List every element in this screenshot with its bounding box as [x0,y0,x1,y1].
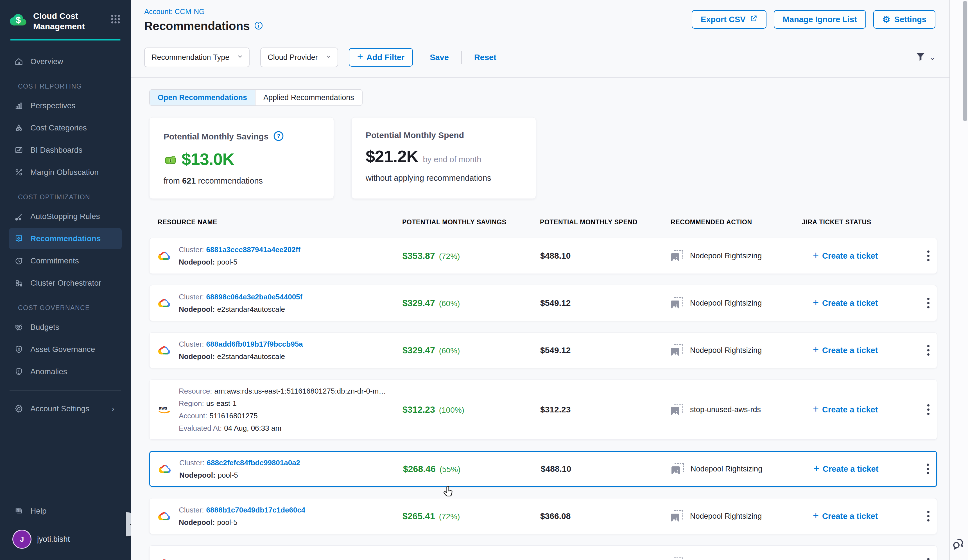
cluster-link[interactable]: 688c2fefc84fbdc99801a0a2 [207,459,300,467]
cluster-link[interactable]: 68898c064e3e2ba0e544005f [206,293,303,301]
account-breadcrumb-link[interactable]: Account: CCM-NG [144,7,264,16]
cluster-link[interactable]: 688add6fb019b17f9bccb95a [206,340,303,348]
module-grid-icon[interactable] [110,13,121,26]
table-row[interactable]: aws Resource:arn:aws:rds:us-east-1:51161… [149,379,937,440]
sidebar-item-label: Recommendations [30,234,101,243]
savings-value: $268.46 [403,464,436,474]
gear-icon [13,403,24,414]
autostop-icon [13,211,24,222]
scrollbar-thumb[interactable] [963,1,967,121]
plus-icon: + [813,345,819,355]
cloud-provider-select[interactable]: Cloud Provider [260,48,338,67]
sidebar-item-anomalies[interactable]: Anomalies [9,361,122,382]
table-row[interactable]: Cluster:68898c064e3e2ba0e544005fNodepool… [149,285,937,321]
cluster-link[interactable]: 6888b1c70e49db17c1de60c4 [206,506,305,514]
aws-icon: aws [158,404,171,415]
resource-line-label: Resource: [179,387,212,395]
save-filter-button[interactable]: Save [430,53,449,62]
export-csv-button[interactable]: Export CSV [692,10,766,29]
chevron-down-icon [325,53,332,62]
shield-dollar-icon: $ [13,344,24,355]
filter-drawer-button[interactable]: ⌄ [915,51,935,64]
svg-text:?: ? [277,133,280,139]
resource-line-label: Cluster: [179,245,204,254]
resource-line-value: arn:aws:rds:us-east-1:511616801275:db:zn… [214,387,386,395]
sidebar-item-recommendations[interactable]: Recommendations [9,228,122,249]
help-circle-icon[interactable]: ? [273,131,284,143]
sidebar-item-commitments[interactable]: Commitments [9,250,122,272]
chevron-down-icon [237,53,244,62]
col-potential-monthly-spend: POTENTIAL MONTHLY SPEND [540,219,671,226]
sidebar-item-account-settings[interactable]: Account Settings › [9,398,122,419]
sidebar-item-asset-governance[interactable]: $Asset Governance [9,339,122,360]
savings-percent: (72%) [439,512,460,521]
recommendation-type-select[interactable]: Recommendation Type [144,48,250,67]
recommendation-rows: Cluster:6881a3ccc887941a4ee202ffNodepool… [149,238,937,560]
sidebar-item-help[interactable]: ? Help [9,500,122,522]
chevron-right-icon: › [111,404,114,414]
create-ticket-link[interactable]: +Create a ticket [802,559,926,560]
manage-ignore-list-button[interactable]: Manage Ignore List [774,10,866,29]
app-root: $ Cloud Cost Management OverviewCOST REP… [0,0,968,560]
row-menu-button[interactable] [927,464,936,474]
sidebar-item-cost-categories[interactable]: Cost Categories [9,117,122,139]
hexagons-icon [13,278,24,288]
sidebar-item-autostopping-rules[interactable]: AutoStopping Rules [9,206,122,227]
row-menu-button[interactable] [927,404,937,415]
user-row[interactable]: J jyoti.bisht [12,530,122,549]
resource-line-value: pool-5 [217,258,237,266]
sidebar-item-label: Budgets [30,323,59,332]
chevron-down-icon: ⌄ [929,53,935,62]
settings-button[interactable]: ⚙ Settings [873,10,935,29]
nav-section-label: COST OPTIMIZATION [0,184,131,205]
recommended-action-label: Nodepool Rightsizing [690,252,762,260]
info-icon[interactable] [254,21,264,31]
create-ticket-link[interactable]: +Create a ticket [802,405,926,414]
resource-line-label: Region: [179,399,204,408]
row-menu-button[interactable] [927,345,937,356]
row-menu-button[interactable] [927,250,937,261]
row-menu-button[interactable] [927,511,937,522]
savings-percent: (100%) [439,406,464,415]
recommendations-content: Open Recommendations Applied Recommendat… [131,78,950,560]
sidebar-item-budgets[interactable]: $Budgets [9,316,122,338]
svg-text:$: $ [18,348,20,352]
resource-line-label: Cluster: [179,459,205,467]
resource-line-label: Nodepool: [179,518,215,527]
col-recommended-action: RECOMMENDED ACTION [671,219,802,226]
row-menu-button[interactable] [927,298,937,308]
sidebar-item-overview[interactable]: Overview [9,51,122,72]
plus-icon: + [813,558,819,560]
table-row[interactable]: Cluster:6881a3ccc887941a4ee202ffNodepool… [149,238,937,274]
create-ticket-link[interactable]: +Create a ticket [802,298,926,308]
rightsizing-action-icon [671,510,684,522]
sidebar-item-perspectives[interactable]: Perspectives [9,95,122,116]
funnel-icon [915,51,927,64]
savings-percent: (60%) [439,346,460,355]
savings-value: $312.23 [403,404,435,415]
create-ticket-link[interactable]: +Create a ticket [802,251,926,260]
row-menu-button[interactable] [927,558,937,560]
gcp-icon [158,510,171,523]
sidebar-item-cluster-orchestrator[interactable]: Cluster Orchestrator [9,272,122,294]
plus-icon: + [357,52,363,62]
reset-filter-button[interactable]: Reset [474,53,496,62]
rightsizing-action-icon [671,557,684,560]
create-ticket-link[interactable]: +Create a ticket [803,464,927,474]
sidebar-item-margin-obfuscation[interactable]: Margin Obfuscation [9,162,122,183]
table-row[interactable]: Cluster:688add6fb019b17f9bccb95aNodepool… [149,332,937,368]
tab-open-recommendations[interactable]: Open Recommendations [150,89,255,105]
avatar[interactable]: J [12,530,31,549]
chat-support-icon[interactable] [951,537,966,553]
add-filter-button[interactable]: + Add Filter [349,48,413,66]
tab-applied-recommendations[interactable]: Applied Recommendations [255,89,362,105]
col-resource-name: RESOURCE NAME [157,219,402,226]
resource-details: Cluster:6881a3ccc887941a4ee202ffNodepool… [179,245,300,266]
sidebar-item-bi-dashboards[interactable]: BI Dashboards [9,139,122,161]
table-row[interactable]: Cluster:6888b1c70e49db17c1de60c4Nodepool… [149,498,937,534]
table-row[interactable]: Cluster:688c2fefc84fbdc99801a0a2Nodepool… [149,451,937,487]
create-ticket-link[interactable]: +Create a ticket [802,346,926,355]
create-ticket-link[interactable]: +Create a ticket [802,512,926,521]
cluster-link[interactable]: 6881a3ccc887941a4ee202ff [206,245,300,254]
table-row[interactable]: Cluster:6886e92f59a48cad86b5b1c6$244.05(… [149,545,937,560]
